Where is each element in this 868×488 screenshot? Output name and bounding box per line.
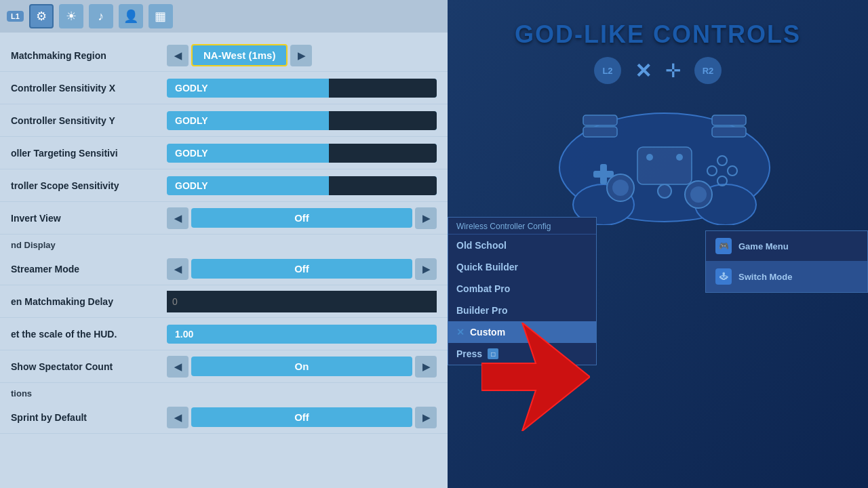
spectator-left-arrow[interactable]: ◀ (167, 356, 189, 378)
invert-view-label: Invert View (11, 213, 167, 224)
sound-display-header: nd Display (0, 235, 448, 253)
options-header: tions (0, 383, 448, 401)
svg-rect-3 (637, 147, 692, 184)
sensitivity-y-row: Controller Sensitivity Y GODLY (0, 104, 448, 137)
matchmaking-right-arrow[interactable]: ▶ (290, 45, 312, 66)
matchmaking-delay-input[interactable] (167, 291, 437, 312)
streamer-left-arrow[interactable]: ◀ (167, 258, 189, 280)
streamer-mode-label: Streamer Mode (11, 264, 167, 274)
god-title: GOD-LIKE CONTROLS (515, 20, 801, 49)
sensitivity-x-row: Controller Sensitivity X GODLY (0, 72, 448, 104)
top-nav-bar: L1 ⚙ ☀ ♪ 👤 ▦ (0, 0, 448, 33)
svg-point-13 (690, 186, 707, 203)
svg-point-19 (676, 154, 683, 161)
matchmaking-left-arrow[interactable]: ◀ (167, 45, 189, 66)
right-side-items: 🎮 Game Menu 🕹 Switch Mode (705, 230, 868, 293)
sprint-left-arrow[interactable]: ◀ (167, 407, 189, 428)
red-arrow (481, 323, 590, 434)
invert-value: Off (191, 208, 412, 228)
spectator-count-label: Show Spectator Count (11, 361, 167, 372)
spectator-value: On (191, 357, 412, 376)
settings-nav-icon[interactable]: ⚙ (29, 4, 54, 28)
svg-rect-17 (712, 115, 746, 125)
display-nav-icon[interactable]: ▦ (149, 4, 173, 28)
game-menu-label: Game Menu (738, 241, 789, 251)
invert-right-arrow[interactable]: ▶ (415, 207, 437, 229)
audio-nav-icon[interactable]: ♪ (89, 4, 113, 28)
controller-area (549, 89, 766, 239)
profile-nav-icon[interactable]: 👤 (119, 4, 143, 28)
x-icon: ✕ (635, 59, 652, 83)
sprint-value: Off (191, 407, 412, 427)
svg-rect-16 (712, 127, 746, 137)
dropdown-old-school[interactable]: Old School (448, 235, 596, 256)
svg-rect-14 (583, 127, 617, 137)
dropdown-title: Wireless Controller Config (448, 218, 596, 235)
r2-badge: R2 (694, 57, 722, 84)
hud-scale-value: 1.00 (175, 329, 193, 340)
streamer-right-arrow[interactable]: ▶ (415, 258, 437, 280)
dropdown-combat-pro[interactable]: Combat Pro (448, 278, 596, 300)
hud-scale-slider[interactable]: 1.00 (167, 325, 437, 344)
settings-content: Matchmaking Region ◀ NA-West (1ms) ▶ Con… (0, 33, 448, 441)
sensitivity-y-value: GODLY (175, 115, 208, 126)
sensitivity-x-label: Controller Sensitivity X (11, 83, 167, 94)
sensitivity-y-slider[interactable]: GODLY (167, 111, 437, 130)
dropdown-builder-pro[interactable]: Builder Pro (448, 300, 596, 321)
invert-left-arrow[interactable]: ◀ (167, 207, 189, 229)
l2-badge: L2 (594, 57, 621, 84)
svg-point-20 (658, 184, 671, 198)
sprint-default-row: Sprint by Default ◀ Off ▶ (0, 401, 448, 434)
sprint-default-label: Sprint by Default (11, 412, 167, 423)
switch-mode-label: Switch Mode (738, 272, 792, 282)
left-settings-panel: L1 ⚙ ☀ ♪ 👤 ▦ Matchmaking Region ◀ NA-Wes… (0, 0, 448, 488)
targeting-slider[interactable]: GODLY (167, 144, 437, 163)
game-menu-icon: 🎮 (715, 238, 732, 254)
svg-rect-15 (583, 115, 617, 125)
sensitivity-y-label: Controller Sensitivity Y (11, 115, 167, 126)
svg-point-11 (612, 180, 629, 196)
targeting-value: GODLY (175, 148, 208, 159)
scope-label: troller Scope Sensitivity (11, 180, 167, 191)
matchmaking-delay-row: en Matchmaking Delay (0, 285, 448, 318)
streamer-mode-row: Streamer Mode ◀ Off ▶ (0, 253, 448, 285)
switch-mode-icon: 🕹 (715, 268, 732, 285)
svg-point-18 (646, 154, 653, 161)
sensitivity-x-slider[interactable]: GODLY (167, 79, 437, 98)
spectator-right-arrow[interactable]: ▶ (415, 356, 437, 378)
scope-value: GODLY (175, 180, 208, 191)
game-menu-item[interactable]: 🎮 Game Menu (706, 231, 867, 262)
streamer-value: Off (191, 259, 412, 279)
invert-view-row: Invert View ◀ Off ▶ (0, 202, 448, 235)
matchmaking-value: NA-West (1ms) (191, 44, 288, 66)
targeting-label: oller Targeting Sensitivi (11, 148, 167, 159)
l1-badge: L1 (7, 11, 24, 22)
switch-mode-item[interactable]: 🕹 Switch Mode (706, 262, 867, 292)
sensitivity-x-value: GODLY (175, 83, 208, 94)
spectator-count-row: Show Spectator Count ◀ On ▶ (0, 350, 448, 383)
hud-scale-label: et the scale of the HUD. (11, 329, 167, 340)
hud-scale-row: et the scale of the HUD. 1.00 (0, 318, 448, 350)
press-label: Press (456, 348, 482, 359)
matchmaking-label: Matchmaking Region (11, 50, 167, 61)
button-icons-row: L2 ✕ ✛ R2 (594, 57, 722, 84)
targeting-sensitivity-row: oller Targeting Sensitivi GODLY (0, 137, 448, 169)
brightness-nav-icon[interactable]: ☀ (59, 4, 83, 28)
scope-sensitivity-row: troller Scope Sensitivity GODLY (0, 169, 448, 202)
svg-rect-5 (593, 171, 614, 178)
svg-marker-21 (481, 323, 590, 431)
controller-svg (549, 89, 780, 225)
sprint-right-arrow[interactable]: ▶ (415, 407, 437, 428)
dropdown-quick-builder[interactable]: Quick Builder (448, 256, 596, 278)
custom-x-mark: ✕ (456, 327, 465, 338)
move-icon: ✛ (665, 60, 681, 82)
scope-slider[interactable]: GODLY (167, 176, 437, 195)
matchmaking-region-row: Matchmaking Region ◀ NA-West (1ms) ▶ (0, 39, 448, 72)
right-panel: GOD-LIKE CONTROLS L2 ✕ ✛ R2 (448, 0, 868, 488)
matchmaking-delay-label: en Matchmaking Delay (11, 296, 167, 307)
